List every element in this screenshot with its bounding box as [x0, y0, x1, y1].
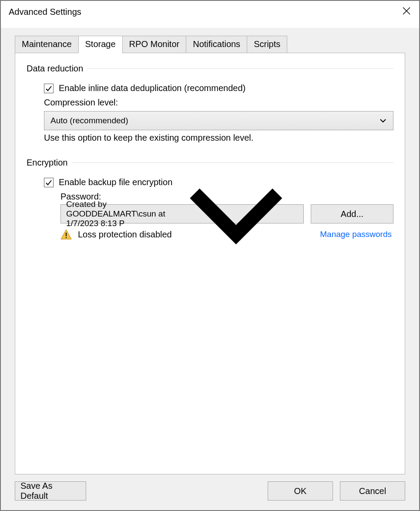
password-value: Created by GOODDEALMART\csun at 1/7/2023…: [66, 200, 174, 228]
close-button[interactable]: [399, 3, 414, 18]
dedup-label: Enable inline data deduplication (recomm…: [59, 83, 245, 93]
chevron-down-icon: [174, 152, 298, 276]
tab-rpo-monitor[interactable]: RPO Monitor: [122, 36, 187, 53]
warning-icon: [60, 229, 72, 240]
tab-scripts[interactable]: Scripts: [247, 36, 287, 53]
checkmark-icon: [45, 85, 52, 92]
encryption-enable-label: Enable backup file encryption: [59, 177, 172, 187]
chevron-down-icon: [379, 117, 387, 125]
compression-label: Compression level:: [44, 98, 393, 108]
compression-select[interactable]: Auto (recommended): [44, 111, 393, 130]
tab-maintenance[interactable]: Maintenance: [15, 36, 79, 53]
tab-row: Maintenance Storage RPO Monitor Notifica…: [15, 36, 405, 53]
divider: [87, 68, 393, 69]
compression-hint: Use this option to keep the existing com…: [44, 132, 393, 143]
window-title: Advanced Settings: [9, 7, 81, 17]
tab-notifications[interactable]: Notifications: [186, 36, 247, 53]
manage-passwords-link[interactable]: Manage passwords: [320, 230, 393, 239]
password-select[interactable]: Created by GOODDEALMART\csun at 1/7/2023…: [60, 204, 304, 223]
save-as-default-button[interactable]: Save As Default: [15, 481, 86, 501]
svg-rect-4: [66, 237, 67, 238]
close-icon: [402, 7, 411, 15]
dedup-checkbox[interactable]: [44, 84, 54, 93]
checkmark-icon: [45, 179, 52, 186]
tab-panel-storage: Data reduction Enable inline data dedupl…: [15, 53, 405, 474]
svg-rect-3: [66, 233, 67, 236]
cancel-button[interactable]: Cancel: [340, 481, 405, 501]
tab-storage[interactable]: Storage: [78, 36, 123, 53]
data-reduction-legend: Data reduction: [27, 64, 87, 74]
encryption-legend: Encryption: [27, 158, 72, 168]
loss-protection-warning: Loss protection disabled: [78, 230, 172, 240]
ok-button[interactable]: OK: [268, 481, 333, 501]
add-password-button[interactable]: Add...: [311, 204, 393, 223]
encryption-checkbox[interactable]: [44, 178, 54, 187]
compression-value: Auto (recommended): [50, 116, 128, 125]
